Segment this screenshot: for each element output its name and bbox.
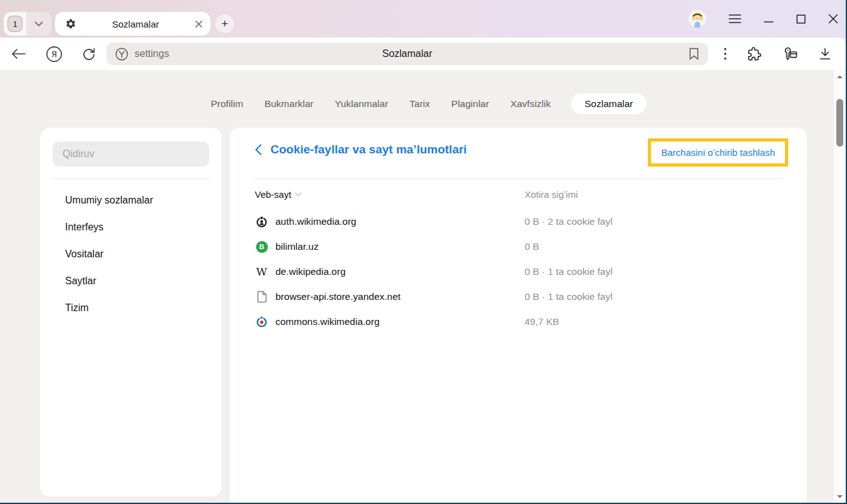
browser-tab-sozlamalar[interactable]: Sozlamalar <box>55 12 210 36</box>
site-name: browser-api.store.yandex.net <box>275 291 401 302</box>
settings-sidebar: Umumiy sozlamalar Interfeys Vositalar Sa… <box>40 128 222 496</box>
nav-tab-xavfsizlik[interactable]: Xavfsizlik <box>509 93 552 115</box>
more-options-icon[interactable] <box>724 48 727 60</box>
passwords-icon[interactable] <box>782 46 798 61</box>
address-bar[interactable]: settings Sozlamalar <box>106 43 708 65</box>
avatar-image <box>689 10 706 28</box>
site-size: 0 B · 2 ta cookie fayl <box>525 216 612 227</box>
page-title: Cookie-fayllar va sayt ma’lumotlari <box>270 143 467 157</box>
sidebar-item-saytlar[interactable]: Saytlar <box>40 267 222 294</box>
page-icon <box>255 291 269 303</box>
scroll-up-icon[interactable] <box>834 71 846 81</box>
yandex-home-button[interactable]: Я <box>40 46 68 63</box>
browser-window: 1 Sozlamalar + <box>0 0 847 504</box>
sort-chevron-icon <box>295 192 302 197</box>
tab-close-icon[interactable] <box>195 20 203 28</box>
sidebar-item-tizim[interactable]: Tizim <box>40 294 222 321</box>
commons-icon <box>255 316 269 328</box>
sidebar-item-interfeys[interactable]: Interfeys <box>40 213 222 240</box>
table-row[interactable]: B bilimlar.uz 0 B <box>255 234 782 259</box>
close-icon[interactable] <box>828 14 838 24</box>
svg-text:Я: Я <box>51 49 56 59</box>
menu-icon[interactable] <box>729 14 741 24</box>
delete-all-button[interactable]: Barchasini oʻchirib tashlash <box>651 141 785 163</box>
bilimlar-favicon: B <box>255 240 269 253</box>
back-arrow-icon <box>11 48 26 59</box>
delete-all-highlight: Barchasini oʻchirib tashlash <box>648 138 788 167</box>
back-button[interactable] <box>5 48 33 59</box>
nav-tab-tarix[interactable]: Tarix <box>408 93 431 115</box>
nav-tab-plaginlar[interactable]: Plaginlar <box>450 93 490 115</box>
column-header-site[interactable]: Veb-sayt <box>255 189 302 200</box>
table-row[interactable]: auth.wikimedia.org 0 B · 2 ta cookie fay… <box>255 209 782 234</box>
scrollbar-thumb[interactable] <box>836 99 843 147</box>
page-scrollbar[interactable] <box>834 70 846 503</box>
nav-tab-sozlamalar[interactable]: Sozlamalar <box>571 93 647 115</box>
tab-count-button[interactable]: 1 <box>4 12 26 36</box>
sidebar-divider <box>53 178 209 179</box>
site-name: auth.wikimedia.org <box>275 216 356 227</box>
table-row[interactable]: W de.wikipedia.org 0 B · 1 ta cookie fay… <box>255 259 782 284</box>
gear-icon <box>65 18 76 29</box>
profile-avatar[interactable] <box>689 10 706 28</box>
nav-tab-bukmarklar[interactable]: Bukmarklar <box>263 93 314 115</box>
site-name: commons.wikimedia.org <box>275 316 379 327</box>
scroll-down-icon[interactable] <box>834 491 846 501</box>
site-size: 0 B · 1 ta cookie fayl <box>525 266 612 277</box>
minimize-icon[interactable] <box>764 14 774 24</box>
table-row[interactable]: commons.wikimedia.org 49,7 KB <box>255 309 782 334</box>
settings-page: Profilim Bukmarklar Yuklanmalar Tarix Pl… <box>0 70 834 503</box>
bookmark-button[interactable] <box>689 48 699 60</box>
new-tab-button[interactable]: + <box>215 14 234 33</box>
back-chevron-icon[interactable] <box>255 144 262 155</box>
nav-tab-yuklanmalar[interactable]: Yuklanmalar <box>334 93 389 115</box>
tab-count-badge: 1 <box>8 16 23 32</box>
bookmark-icon <box>689 48 699 60</box>
tab-group-control[interactable]: 1 <box>4 12 51 36</box>
url-value[interactable]: settings <box>135 48 169 59</box>
yandex-logo-icon: Я <box>46 46 63 63</box>
reload-icon <box>81 46 96 61</box>
search-input[interactable] <box>53 141 209 167</box>
maximize-icon[interactable] <box>796 14 806 24</box>
tab-list-dropdown[interactable] <box>26 12 51 36</box>
sidebar-item-umumiy-sozlamalar[interactable]: Umumiy sozlamalar <box>40 187 222 213</box>
settings-nav-tabs: Profilim Bukmarklar Yuklanmalar Tarix Pl… <box>11 93 845 115</box>
tab-title: Sozlamalar <box>76 19 195 29</box>
column-site-label: Veb-sayt <box>255 189 291 200</box>
site-list: auth.wikimedia.org 0 B · 2 ta cookie fay… <box>255 209 782 334</box>
nav-tab-profilim[interactable]: Profilim <box>210 93 245 115</box>
site-name: de.wikipedia.org <box>275 266 346 277</box>
site-size: 0 B <box>525 241 539 252</box>
wikimedia-icon <box>255 215 269 228</box>
wikipedia-icon: W <box>255 265 269 278</box>
search-engine-icon <box>115 48 128 61</box>
table-row[interactable]: browser-api.store.yandex.net 0 B · 1 ta … <box>255 284 782 309</box>
header-divider <box>255 178 782 179</box>
site-size: 0 B · 1 ta cookie fayl <box>525 291 612 302</box>
extensions-icon[interactable] <box>747 46 762 61</box>
downloads-icon[interactable] <box>818 47 832 61</box>
site-size: 49,7 KB <box>525 316 559 327</box>
cookies-panel: Cookie-fayllar va sayt ma’lumotlari Barc… <box>230 128 807 503</box>
title-bar: 1 Sozlamalar + <box>0 0 846 38</box>
chevron-down-icon <box>34 21 43 27</box>
sidebar-item-vositalar[interactable]: Vositalar <box>40 240 222 267</box>
reload-button[interactable] <box>75 46 103 61</box>
toolbar: Я settings Sozlamalar <box>0 38 846 70</box>
column-header-size: Xotira sigʻimi <box>525 189 578 200</box>
site-name: bilimlar.uz <box>275 241 319 252</box>
page-title-center: Sozlamalar <box>106 48 708 59</box>
